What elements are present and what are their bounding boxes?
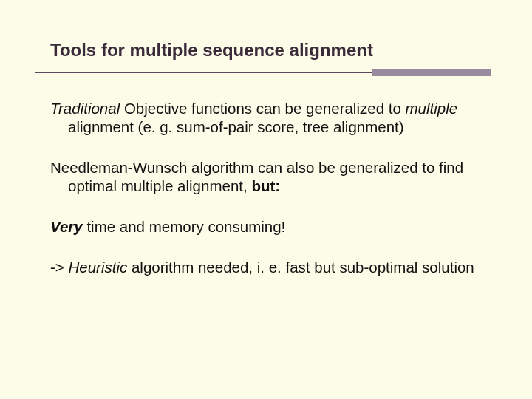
paragraph-4: -> Heuristic algorithm needed, i. e. fas… <box>50 258 488 276</box>
slide-title: Tools for multiple sequence alignment <box>50 40 488 61</box>
text: alignment (e. g. sum-of-pair score, tree… <box>68 118 404 135</box>
text-italic: multiple <box>406 100 458 117</box>
slide: Tools for multiple sequence alignment Tr… <box>0 0 532 399</box>
paragraph-1: Traditional Objective functions can be g… <box>50 99 488 136</box>
title-rule <box>50 68 488 77</box>
text: Objective functions can be generalized t… <box>120 100 405 117</box>
text-bold-italic: Very <box>50 218 83 235</box>
text: algorithm needed, i. e. fast but sub-opt… <box>127 259 474 276</box>
text-italic: Traditional <box>50 100 120 117</box>
rule-thick <box>372 69 491 76</box>
paragraph-3: Very time and memory consuming! <box>50 217 488 236</box>
text-italic: Heuristic <box>69 259 128 276</box>
text: -> <box>50 259 69 276</box>
text-bold: but: <box>251 177 280 194</box>
text: time and memory consuming! <box>83 218 286 235</box>
paragraph-2: Needleman-Wunsch algorithm can also be g… <box>50 158 488 195</box>
